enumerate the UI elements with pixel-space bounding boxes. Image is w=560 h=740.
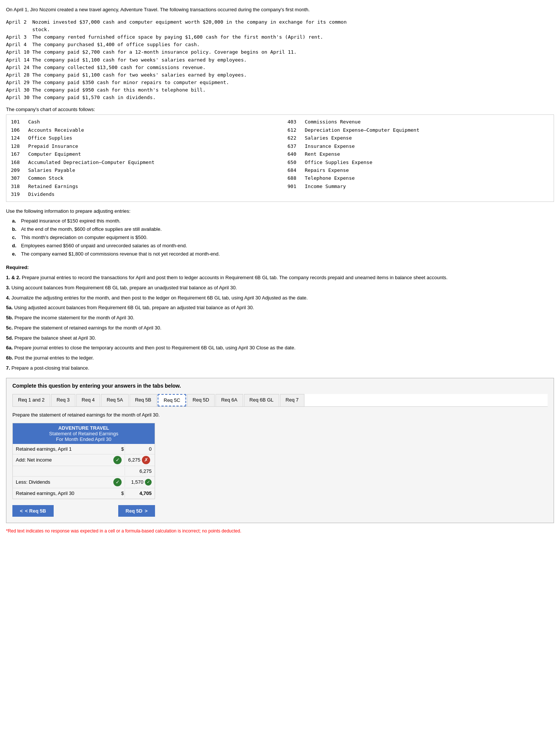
next-button[interactable]: Req 5D >	[118, 505, 155, 517]
req-item-5a: 5a. Using adjusted account balances from…	[6, 304, 554, 312]
transaction-desc: Nozomi invested $37,000 cash and compute…	[32, 18, 346, 26]
req-bold: 4.	[6, 295, 10, 301]
company-name: ADVENTURE TRAVEL	[16, 425, 152, 431]
transaction-desc: The company rented furnished office spac…	[32, 33, 323, 41]
stmt-value: 6,275 ✗	[125, 454, 155, 466]
account-num: 319	[11, 190, 25, 198]
chart-row: 318Retained Earnings	[11, 182, 272, 190]
account-name: Office Supplies	[28, 134, 72, 142]
tab-req6bgl[interactable]: Req 6B GL	[244, 394, 279, 406]
item-label: c.	[12, 233, 18, 242]
account-name: Salaries Expense	[305, 134, 352, 142]
check-icon: ✓	[113, 478, 122, 486]
account-name: Office Supplies Expense	[305, 158, 372, 166]
chart-title: The company's chart of accounts follows:	[6, 107, 554, 112]
req-bold: 5d.	[6, 335, 13, 341]
account-num: 209	[11, 166, 25, 174]
stmt-value: 6,275	[125, 467, 155, 475]
item-text: This month's depreciation on computer eq…	[21, 233, 148, 242]
statement-body: Retained earnings, April 1 $ 0 Add: Net …	[13, 444, 155, 499]
tab-req5a[interactable]: Req 5A	[101, 394, 128, 406]
transaction-row: April 30 The company paid $1,570 cash in…	[6, 94, 554, 101]
req-item-6a: 6a. Prepare journal entries to close the…	[6, 344, 554, 352]
prev-button[interactable]: < < Req 5B	[12, 505, 54, 517]
chart-row: 101Cash	[11, 118, 272, 126]
account-num: 124	[11, 134, 25, 142]
chart-row: 684Repairs Expense	[288, 166, 549, 174]
req-bold: 5a.	[6, 305, 13, 310]
stmt-label	[13, 469, 119, 472]
chart-row: 622Salaries Expense	[288, 134, 549, 142]
item-label: a.	[12, 217, 18, 225]
tab-req1and2[interactable]: Req 1 and 2	[12, 394, 50, 406]
transaction-desc: The company paid $1,570 cash in dividend…	[32, 94, 156, 101]
account-name: Common Stock	[28, 174, 63, 182]
required-section: Required: 1. & 2. Prepare journal entrie…	[6, 263, 554, 372]
account-num: 106	[11, 126, 25, 134]
tab-req4[interactable]: Req 4	[76, 394, 101, 406]
chart-table: 101Cash 106Accounts Receivable 124Office…	[6, 114, 554, 202]
adjusting-item: d. Employees earned $560 of unpaid and u…	[12, 242, 554, 250]
tab-req7[interactable]: Req 7	[280, 394, 304, 406]
item-text: Prepaid insurance of $150 expired this m…	[21, 217, 120, 225]
item-label: b.	[12, 225, 18, 233]
transaction-desc: The company paid $1,100 cash for two wee…	[32, 56, 247, 64]
tab-req5b[interactable]: Req 5B	[129, 394, 157, 406]
check-icon: ✓	[113, 456, 122, 464]
chart-row: 307Common Stock	[11, 174, 272, 182]
chart-left-col: 101Cash 106Accounts Receivable 124Office…	[11, 118, 272, 198]
transaction-date: April 24	[6, 64, 32, 71]
stmt-value: 1,570 ✓	[125, 477, 155, 487]
tab-req5d[interactable]: Req 5D	[187, 394, 215, 406]
transaction-desc: The company paid $950 cash for this mont…	[32, 86, 206, 94]
account-name: Salaries Payable	[28, 166, 75, 174]
chart-of-accounts-section: The company's chart of accounts follows:…	[6, 107, 554, 202]
chart-row: 209Salaries Payable	[11, 166, 272, 174]
chart-row: 650Office Supplies Expense	[288, 158, 549, 166]
account-name: Commissions Revenue	[305, 118, 361, 126]
tab-req5c[interactable]: Req 5C	[158, 394, 186, 406]
adjusting-item: e. The company earned $1,800 of commissi…	[12, 250, 554, 258]
req-bold: 3.	[6, 285, 10, 290]
transaction-row: April 24 The company collected $13,500 c…	[6, 64, 554, 71]
prev-arrow: <	[20, 508, 23, 514]
required-title: Required:	[6, 263, 554, 272]
transaction-date: April 14	[6, 56, 32, 64]
nav-buttons: < < Req 5B Req 5D >	[12, 505, 155, 517]
transaction-row: stock.	[6, 26, 554, 33]
transaction-row: April 28 The company paid $1,100 cash fo…	[6, 71, 554, 79]
req-bold: 7.	[6, 365, 10, 371]
account-num: 684	[288, 166, 302, 174]
item-text: Employees earned $560 of unpaid and unre…	[21, 242, 187, 250]
account-name: Retained Earnings	[28, 182, 78, 190]
account-name: Rent Expense	[305, 150, 340, 158]
adjusting-item: b. At the end of the month, $600 of offi…	[12, 225, 554, 233]
item-text: The company earned $1,800 of commissions…	[21, 250, 220, 258]
transaction-row: April 10 The company paid $2,700 cash fo…	[6, 48, 554, 56]
stmt-value: 0	[125, 445, 155, 453]
stmt-dollar: $	[119, 489, 125, 498]
tab-req6a[interactable]: Req 6A	[215, 394, 243, 406]
stmt-label: Retained earnings, April 1	[13, 445, 119, 453]
transaction-desc: The company paid $2,700 cash for a 12-mo…	[32, 48, 297, 56]
transaction-date: April 4	[6, 41, 32, 48]
statement-container: ADVENTURE TRAVEL Statement of Retained E…	[12, 423, 155, 499]
prepare-text: Prepare the statement of retained earnin…	[12, 412, 548, 418]
account-num: 168	[11, 158, 25, 166]
stmt-row-add-net-income: Add: Net income ✓ 6,275 ✗	[13, 454, 155, 466]
red-note: *Red text indicates no response was expe…	[6, 528, 554, 534]
account-num: 128	[11, 142, 25, 150]
req-item-4: 4. Journalize the adjusting entries for …	[6, 294, 554, 302]
account-name: Prepaid Insurance	[28, 142, 78, 150]
adjusting-section: Use the following information to prepare…	[6, 207, 554, 259]
transaction-desc: The company purchased $1,400 of office s…	[32, 41, 200, 48]
chart-row: 612Depreciation Expense—Computer Equipme…	[288, 126, 549, 134]
tabs-row: Req 1 and 2 Req 3 Req 4 Req 5A Req 5B Re…	[12, 394, 548, 407]
req-item-5b: 5b. Prepare the income statement for the…	[6, 314, 554, 322]
stmt-label: Retained earnings, April 30	[13, 489, 119, 498]
tab-req3[interactable]: Req 3	[51, 394, 75, 406]
account-name: Accumulated Depreciation—Computer Equipm…	[28, 158, 155, 166]
adjusting-items: a. Prepaid insurance of $150 expired thi…	[12, 217, 554, 258]
account-num: 403	[288, 118, 302, 126]
chart-row: 128Prepaid Insurance	[11, 142, 272, 150]
